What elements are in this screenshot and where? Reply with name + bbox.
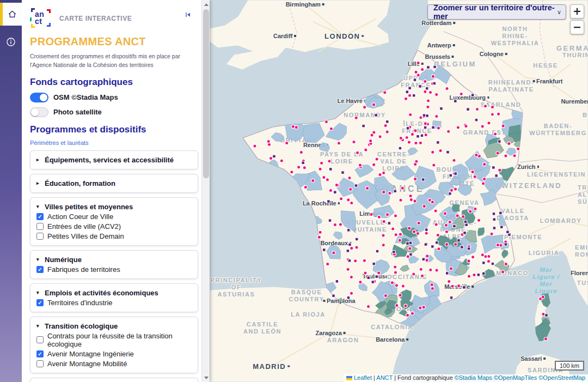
zoom-out-button[interactable]: − [570,20,584,34]
map-label-principality: PRINCIPALITYOFASTURIAS [211,277,262,298]
osm-basemap-toggle[interactable] [30,93,48,102]
sidebar-panel: anct CARTE INTERACTIVE PROGRAMMES ANCT C… [22,0,210,382]
checkbox-row[interactable]: ✓Fabriques de territoires [36,265,192,274]
checkbox-row[interactable]: Avenir Montagne Mobilité [36,360,192,368]
checkbox-row[interactable]: ✓Territoires d'industrie [36,299,192,307]
attribution-link[interactable]: ANCT [376,374,393,381]
map-label-thuringia: THURINGIA [562,52,588,59]
perimetres-laureats-link[interactable]: Périmètres et lauréats [30,140,199,146]
overseas-territory-select[interactable]: Zoomer sur un territoire d'outre-mer ∨ [427,4,566,20]
attribution-link[interactable]: ©OpenMapTiles [494,374,537,381]
scrollbar-thumb[interactable] [203,9,209,178]
map-label-piemonte: PIEMONTE [504,234,542,241]
map-label-cologne: Cologne [480,51,507,57]
logo-corner [47,9,51,13]
accordion-card: ▾Numérique✓Fabriques de territoires [30,250,198,279]
checkbox-unchecked[interactable] [36,336,44,343]
accordion-header[interactable]: ▾Transition écologique [36,322,192,330]
sidebar-item-home[interactable] [0,3,22,26]
map-label-rennes: Rennes [303,142,328,148]
checkbox-unchecked[interactable] [36,223,44,230]
city-dot-icon [453,44,455,46]
accordion-card: ▾Emplois et activités économiques✓Territ… [30,283,198,312]
map-label-bourgogne-: BOURGOGNE-FRANCHE-COMTÉ [437,166,487,187]
city-dot-icon [471,286,474,288]
map-label-basque: BASQUECOUNTRY [289,289,324,303]
map-label-liechtenstein: LIECHTENSTEIN [527,171,586,178]
programs-heading: Programmes et dispositifs [30,124,199,135]
attribution-link[interactable]: ©OpenStreetMap [538,374,585,381]
icon-rail [0,0,22,382]
sidebar-header: anct CARTE INTERACTIVE [30,7,199,31]
map-label-aragon: ARAGON [327,337,359,344]
attribution-link[interactable]: Leaflet [346,374,372,381]
chevron-down-icon [204,377,209,381]
accordion-card: ▸Équipements, services et accessibilité [30,150,198,169]
checkbox-label: Contrats pour la réussite de la transiti… [47,332,192,348]
map-label-zaragoza: Zaragoza [316,330,346,336]
map-label-emilia-: EMILIA-ROMAGNA [575,244,588,258]
app-title: CARTE INTERACTIVE [59,15,132,22]
map-canvas[interactable]: BirminghamLONDONCardiffRotterdamAntwerpB… [210,0,588,382]
logo-corner [30,17,32,21]
city-dot-icon [323,300,325,302]
map-label-upper: UPPERFRANCE [401,75,431,89]
accordion-header[interactable]: ▸Éducation, formation [36,179,192,187]
home-icon [8,10,17,19]
map-label-madrid: MADRID [253,362,290,371]
city-dot-icon [287,365,290,367]
sidebar-scrollbar[interactable] [201,0,210,382]
logo-corner [31,24,35,28]
accordion-header[interactable]: ▾Emplois et activités économiques [36,289,192,297]
city-dot-icon [452,56,454,58]
map-label-liguria: LIGURIA [529,250,559,257]
toggle-knob [31,108,39,116]
basemap-toggle-label: OSM ©Stadia Maps [53,93,118,101]
map-label-catalonia: CATALONIA [371,324,413,331]
accordion-card: ▾Transition écologiqueContrats pour la r… [30,317,198,373]
checkbox-row[interactable]: ✓Avenir Montagne Ingénierie [36,350,192,358]
zoom-control: + − [570,4,584,36]
accordion-header[interactable]: ▾Villes petites et moyennes [36,203,192,211]
attribution-text: | Fond cartographique [393,374,455,381]
checkbox-checked[interactable]: ✓ [36,299,44,306]
map-label-limoges: Limoges [359,210,388,217]
checkbox-checked[interactable]: ✓ [36,213,44,220]
map-label-valle: VALLED'AOSTA [497,208,529,222]
map-label-centre-: CENTRE-VAL DELOIRE [377,151,410,172]
scroll-up-button[interactable] [202,0,210,9]
sidebar-item-info[interactable] [0,31,22,53]
scroll-down-button[interactable] [202,373,210,382]
map-label-baden-: BADEN-WÜRTTEMBERG [529,123,587,137]
checkbox-checked[interactable]: ✓ [36,350,44,357]
map-label-geneva: GENEVA [449,199,479,207]
map-label-lille: Lille [408,60,424,67]
satellite-basemap-toggle[interactable] [30,107,48,117]
chevron-expanded-icon: ▾ [36,322,41,330]
checkbox-label: Avenir Montagne Mobilité [47,360,127,368]
checkbox-row[interactable]: Contrats pour la réussite de la transiti… [36,332,192,348]
city-dot-icon [364,100,366,102]
map-labels-layer: BirminghamLONDONCardiffRotterdamAntwerpB… [210,0,588,382]
checkbox-row[interactable]: Entrées de ville (ACV2) [36,222,192,231]
checkbox-checked[interactable]: ✓ [36,266,44,273]
map-label-luxembourg: Luxembourg [449,94,489,101]
city-dot-icon [421,63,424,65]
checkbox-label: Fabriques de territoires [47,265,120,274]
accordion-header[interactable]: ▾Numérique [36,256,192,264]
checkbox-unchecked[interactable] [36,360,44,367]
basemap-toggle-row: Photo satellite [30,107,199,117]
accordion-header[interactable]: ▸Équipements, services et accessibilité [36,156,192,164]
checkbox-unchecked[interactable] [36,233,44,240]
collapse-sidebar-button[interactable] [184,11,194,21]
city-dot-icon [543,357,546,360]
accordion-card: ▾Villes petites et moyennes✓Action Coeur… [30,197,198,246]
map-label-pamplona: Pamplona [323,298,355,304]
checkbox-row[interactable]: Petites Villes de Demain [36,232,192,240]
city-dot-icon [294,35,296,37]
map-attribution: Leaflet | ANCT | Fond cartographique ©St… [344,374,588,382]
attribution-link[interactable]: ©Stadia Maps [455,374,492,381]
map-label-marseille: Marseille [444,283,474,290]
checkbox-row[interactable]: ✓Action Coeur de Ville [36,213,192,221]
zoom-in-button[interactable]: + [570,4,584,19]
